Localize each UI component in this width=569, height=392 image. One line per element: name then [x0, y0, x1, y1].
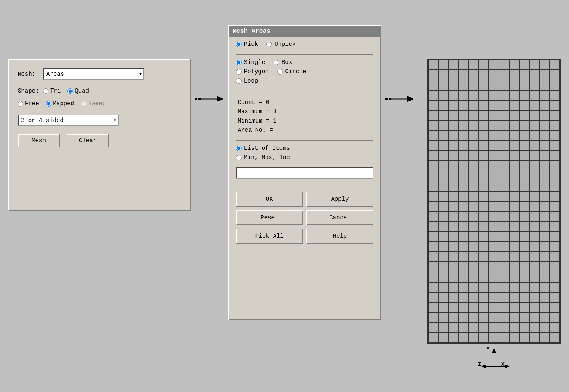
grid-cell	[428, 131, 438, 141]
unpick-item[interactable]: Unpick	[266, 41, 295, 48]
grid-cell	[539, 242, 550, 252]
grid-cell	[499, 110, 509, 120]
shape-tri-radio[interactable]	[43, 88, 48, 94]
mesh-sweep-item[interactable]: Sweep	[81, 100, 106, 107]
grid-cell	[489, 191, 499, 201]
grid-cell	[448, 70, 459, 80]
grid-cell	[428, 221, 438, 232]
shape-section: Single Box Polygon Circle	[236, 59, 373, 91]
mesh-mapped-radio[interactable]	[46, 101, 51, 107]
grid-cell	[428, 141, 438, 151]
mesh-button[interactable]: Mesh	[18, 134, 60, 147]
grid-cell	[539, 282, 550, 292]
dialog-buttons: OK Apply Reset Cancel Pick All Help	[236, 187, 373, 248]
grid-cell	[469, 110, 479, 120]
grid-cell	[469, 181, 479, 191]
grid-cell	[448, 90, 459, 100]
polygon-item[interactable]: Polygon	[236, 68, 269, 75]
grid-cell	[509, 161, 519, 171]
loop-radio[interactable]	[236, 78, 242, 84]
grid-cell	[448, 151, 459, 161]
grid-cell	[509, 272, 519, 282]
grid-cell	[428, 333, 438, 343]
box-item[interactable]: Box	[274, 59, 292, 66]
grid-cell	[539, 181, 550, 191]
count-row: Count = 0	[236, 99, 373, 106]
grid-cell	[509, 171, 519, 181]
grid-cell	[519, 131, 529, 141]
grid-cell	[459, 292, 469, 302]
grid-cell	[519, 141, 529, 151]
mesh-label: Mesh:	[18, 71, 43, 77]
grid-cell	[550, 141, 560, 151]
grid-cell	[519, 242, 529, 252]
mesh-sweep-radio[interactable]	[81, 101, 86, 107]
single-radio[interactable]	[236, 60, 242, 65]
grid-cell	[509, 302, 519, 312]
grid-cell	[469, 232, 479, 242]
list-items-radio[interactable]	[236, 146, 242, 151]
mesh-free-radio[interactable]	[18, 101, 23, 107]
mesh-mapped-label: Mapped	[53, 100, 74, 107]
pick-all-button[interactable]: Pick All	[236, 229, 303, 244]
mesh-free-item[interactable]: Free	[18, 100, 39, 107]
grid-cell	[438, 80, 448, 90]
shape-row: Shape: Tri Quad	[18, 88, 181, 94]
min-max-item[interactable]: Min, Max, Inc	[236, 154, 290, 161]
unpick-radio[interactable]	[266, 42, 272, 47]
pick-item[interactable]: Pick	[236, 41, 258, 48]
cancel-button[interactable]: Cancel	[306, 210, 373, 225]
list-items-item[interactable]: List of Items	[236, 145, 290, 152]
grid-cell	[489, 120, 499, 131]
maximum-value: 3	[273, 108, 276, 115]
size-select[interactable]: 3 or 4 sided Triangle Quadrilateral	[18, 115, 119, 126]
grid-cell	[489, 282, 499, 292]
shape-tri-item[interactable]: Tri	[43, 88, 61, 94]
list-input[interactable]	[236, 167, 373, 179]
shape-label: Shape:	[18, 88, 43, 94]
grid-cell	[509, 262, 519, 272]
grid-cell	[499, 120, 509, 131]
circle-radio[interactable]	[277, 69, 283, 75]
min-max-radio[interactable]	[236, 155, 242, 160]
grid-cell	[479, 292, 489, 302]
grid-cell	[469, 272, 479, 282]
mesh-mapped-item[interactable]: Mapped	[46, 100, 74, 107]
grid-cell	[499, 333, 509, 343]
grid-cell	[509, 201, 519, 211]
grid-cell	[489, 100, 499, 110]
reset-button[interactable]: Reset	[236, 210, 303, 225]
loop-row: Loop	[236, 77, 373, 84]
grid-cell	[529, 171, 539, 181]
pick-radio[interactable]	[236, 42, 242, 47]
right-panel: Y Z X	[419, 59, 561, 371]
grid-cell	[550, 90, 560, 100]
grid-cell	[509, 282, 519, 292]
ok-button[interactable]: OK	[236, 192, 303, 207]
grid-cell	[438, 211, 448, 221]
single-item[interactable]: Single	[236, 59, 265, 66]
shape-quad-radio[interactable]	[67, 88, 73, 94]
grid-cell	[529, 333, 539, 343]
grid-cell	[529, 70, 539, 80]
loop-item[interactable]: Loop	[236, 77, 258, 84]
grid-cell	[519, 252, 529, 262]
shape-quad-item[interactable]: Quad	[67, 88, 89, 94]
clear-button[interactable]: Clear	[67, 134, 109, 147]
circle-item[interactable]: Circle	[277, 68, 306, 75]
grid-cell	[509, 141, 519, 151]
grid-cell	[550, 201, 560, 211]
grid-cell	[448, 302, 459, 312]
grid-cell	[459, 120, 469, 131]
grid-cell	[499, 100, 509, 110]
grid-cell	[519, 161, 529, 171]
box-radio[interactable]	[274, 60, 279, 65]
apply-button[interactable]: Apply	[306, 192, 373, 207]
help-button[interactable]: Help	[306, 229, 373, 244]
polygon-radio[interactable]	[236, 69, 242, 75]
mesh-select[interactable]: Areas Lines Volumes Keypoints	[43, 68, 144, 80]
grid-cell	[539, 252, 550, 262]
grid-cell	[459, 242, 469, 252]
grid-cell	[448, 110, 459, 120]
grid-cell	[438, 302, 448, 312]
